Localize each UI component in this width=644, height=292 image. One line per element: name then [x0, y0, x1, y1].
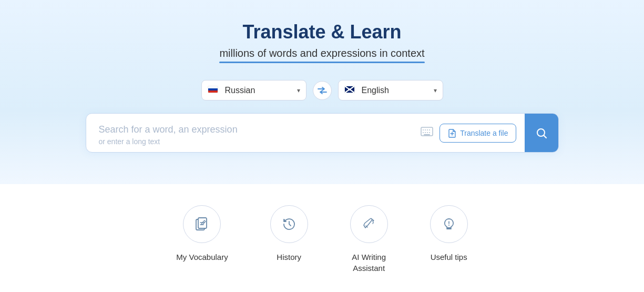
search-placeholder-main: Search for a word, an expression: [99, 124, 402, 135]
subtitle: millions of words and expressions in con…: [219, 47, 424, 63]
vocabulary-icon-circle: [183, 205, 221, 243]
ai-writing-label: AI WritingAssistant: [352, 251, 386, 274]
translate-file-label: Translate a file: [460, 129, 508, 137]
feature-item-history[interactable]: History: [270, 205, 308, 263]
feature-item-useful-tips[interactable]: Useful tips: [430, 205, 468, 263]
source-language-wrapper: Russian French German Spanish ▾: [201, 80, 306, 100]
svg-point-14: [372, 220, 374, 221]
target-language-select[interactable]: English French German Spanish: [338, 80, 443, 100]
svg-point-17: [448, 225, 449, 226]
translate-file-button[interactable]: Translate a file: [439, 124, 516, 143]
svg-rect-13: [198, 218, 207, 228]
bottom-section: My Vocabulary History AI WritingAssi: [0, 184, 644, 292]
useful-tips-label: Useful tips: [431, 251, 467, 263]
swap-languages-button[interactable]: [313, 81, 332, 100]
target-language-wrapper: English French German Spanish ▾: [338, 80, 443, 100]
search-actions: Translate a file: [412, 114, 524, 152]
vocabulary-label: My Vocabulary: [176, 251, 228, 263]
search-input-area[interactable]: Search for a word, an expression or ente…: [86, 114, 413, 152]
feature-item-vocabulary[interactable]: My Vocabulary: [176, 205, 228, 263]
history-label: History: [277, 251, 301, 263]
search-placeholder-sub: or enter a long text: [99, 137, 402, 146]
hero-section: Translate & Learn millions of words and …: [0, 0, 644, 184]
source-language-select[interactable]: Russian French German Spanish: [201, 80, 306, 100]
svg-line-11: [544, 135, 546, 138]
keyboard-icon[interactable]: [421, 127, 433, 139]
feature-icons: My Vocabulary History AI WritingAssi: [176, 205, 467, 276]
search-button[interactable]: [525, 114, 558, 152]
useful-tips-icon-circle: [430, 205, 468, 243]
history-icon-circle: [270, 205, 308, 243]
feature-item-ai-writing[interactable]: AI WritingAssistant: [350, 205, 388, 274]
ai-writing-icon-circle: [350, 205, 388, 243]
main-title: Translate & Learn: [242, 21, 401, 43]
search-container: Search for a word, an expression or ente…: [86, 113, 559, 153]
language-selector-row: Russian French German Spanish ▾ English …: [201, 80, 443, 100]
